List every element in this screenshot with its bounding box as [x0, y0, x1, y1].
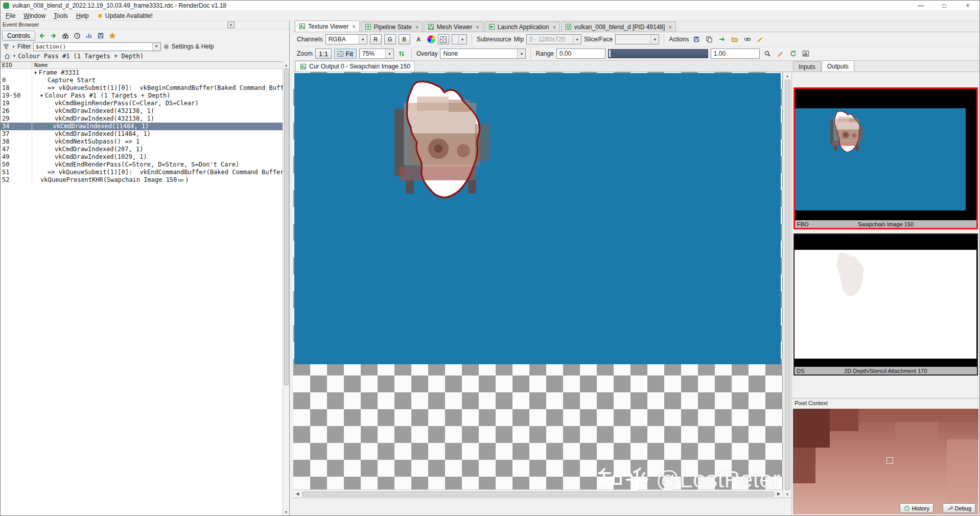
expand-icon[interactable]: ▼: [40, 92, 43, 100]
slice-face-select[interactable]: ▼: [615, 34, 659, 44]
channel-red-toggle[interactable]: R: [370, 34, 382, 44]
pixel-history-button[interactable]: History: [900, 503, 934, 513]
tab-close-icon[interactable]: ×: [668, 24, 671, 30]
update-available-button[interactable]: Update Available!: [97, 12, 153, 19]
range-slider[interactable]: [608, 49, 708, 58]
zoom-1to1-button[interactable]: 1:1: [315, 49, 332, 59]
current-output-tab[interactable]: Cur Output 0 - Swapchain Image 150: [295, 61, 415, 72]
event-row[interactable]: 52 vkQueuePresentKHR(Swapchain Image 150…: [1, 176, 283, 184]
channel-blue-toggle[interactable]: B: [399, 34, 410, 44]
event-row[interactable]: 18 => vkQueueSubmit(1)[0]: vkBeginComman…: [1, 84, 283, 92]
reset-range-button[interactable]: [788, 49, 798, 59]
find-event-button[interactable]: [60, 31, 71, 41]
scroll-up-icon[interactable]: ▲: [784, 72, 791, 79]
event-row[interactable]: ▼Frame #3331: [1, 69, 283, 77]
open-texture-list-button[interactable]: [730, 34, 740, 44]
scroll-down-icon[interactable]: ▼: [784, 490, 791, 498]
dropdown-icon[interactable]: ▼: [359, 35, 367, 44]
breadcrumb-expander-icon[interactable]: ▼: [13, 54, 15, 58]
pixel-debug-button[interactable]: Debug: [943, 503, 975, 513]
tab-close-icon[interactable]: ×: [415, 24, 418, 30]
menu-file[interactable]: File: [2, 11, 19, 20]
histogram-button[interactable]: [801, 49, 811, 59]
overlay-select[interactable]: None ▼: [440, 49, 526, 59]
tab-launch-application[interactable]: Launch Application ×: [484, 21, 560, 32]
menu-tools[interactable]: Tools: [50, 11, 72, 20]
range-max-input[interactable]: 1.00: [711, 49, 760, 59]
zoom-level-select[interactable]: 75% ▼: [359, 49, 394, 59]
channel-alpha-toggle[interactable]: A: [413, 34, 425, 44]
tab-close-icon[interactable]: ×: [476, 24, 479, 30]
bookmark-button[interactable]: [107, 31, 118, 41]
custom-shader-button[interactable]: [755, 34, 765, 44]
event-browser-scrollbar[interactable]: ▲ ▼: [283, 61, 289, 515]
channel-green-toggle[interactable]: G: [384, 34, 396, 44]
autofit-range-button[interactable]: [775, 49, 785, 59]
copy-texture-button[interactable]: [704, 34, 714, 44]
scroll-thumb[interactable]: [785, 80, 790, 490]
background-color-select[interactable]: ▼: [452, 34, 467, 44]
pixel-context-view[interactable]: History Debug: [793, 409, 978, 514]
filter-expander-icon[interactable]: ▼: [12, 45, 15, 49]
breadcrumb[interactable]: ▼ Colour Pass #1 (1 Targets + Depth): [1, 51, 289, 61]
forward-arrow-button[interactable]: [49, 31, 59, 41]
event-row[interactable]: 49 vkCmdDrawIndexed(1029, 1): [1, 153, 283, 161]
back-arrow-button[interactable]: [37, 31, 47, 41]
range-handle[interactable]: [609, 50, 611, 57]
expand-icon[interactable]: ▼: [34, 69, 37, 77]
event-row[interactable]: 26 vkCmdDrawIndexed(432138, 1): [1, 107, 283, 115]
tab-close-icon[interactable]: ×: [552, 24, 555, 30]
swapchain-image[interactable]: [294, 73, 781, 364]
zoom-fit-button[interactable]: Fit: [334, 49, 357, 59]
range-min-input[interactable]: 0.00: [556, 49, 605, 59]
scroll-thumb[interactable]: [284, 68, 289, 385]
menu-window[interactable]: Window: [19, 11, 50, 20]
close-button[interactable]: ×: [956, 1, 979, 10]
column-name[interactable]: Name: [32, 62, 48, 68]
scroll-left-icon[interactable]: ◀: [293, 490, 301, 498]
scroll-down-icon[interactable]: ▼: [283, 508, 290, 515]
minimize-button[interactable]: —: [909, 1, 932, 10]
event-row[interactable]: 47 vkCmdDrawIndexed(207, 1): [1, 146, 283, 153]
gamma-color-wheel-icon[interactable]: [427, 35, 435, 43]
event-browser-close-icon[interactable]: ×: [227, 21, 235, 28]
event-row-selected[interactable]: 34 ▶vkCmdDrawIndexed(11484, 1): [1, 123, 283, 130]
tab-texture-viewer[interactable]: Texture Viewer ×: [295, 20, 360, 32]
tab-outputs[interactable]: Outputs: [822, 60, 854, 72]
scroll-up-icon[interactable]: ▲: [283, 61, 290, 68]
filter-input[interactable]: $action() ▼: [33, 42, 161, 51]
stats-button[interactable]: [84, 31, 94, 41]
event-row[interactable]: 29 vkCmdDrawIndexed(432138, 1): [1, 115, 283, 123]
settings-help-button[interactable]: Settings & Help: [163, 41, 214, 52]
event-row[interactable]: 37 vkCmdDrawIndexed(11484, 1): [1, 130, 283, 138]
event-row[interactable]: 50 vkCmdEndRenderPass(C=Store, D=Store, …: [1, 161, 283, 169]
event-row[interactable]: 19 vkCmdBeginRenderPass(C=Clear, DS=Clea…: [1, 100, 283, 107]
event-row[interactable]: 0 Capture Start: [1, 77, 283, 84]
column-eid[interactable]: EID: [1, 62, 32, 68]
dropdown-icon[interactable]: ▼: [517, 49, 525, 58]
background-checker-toggle[interactable]: [438, 34, 449, 44]
tab-capture-connection[interactable]: vulkan_008_blend_d [PID 49148] ×: [561, 21, 676, 32]
zoom-range-button[interactable]: [762, 49, 773, 59]
channels-select[interactable]: RGBA ▼: [325, 34, 367, 44]
goto-location-button[interactable]: [717, 34, 727, 44]
save-texture-button[interactable]: [691, 34, 702, 44]
controls-button[interactable]: Controls: [2, 31, 35, 41]
event-row[interactable]: 19-50 ▼Colour Pass #1 (1 Targets + Depth…: [1, 92, 283, 100]
menu-help[interactable]: Help: [72, 11, 93, 20]
texture-display[interactable]: [293, 72, 783, 489]
maximize-button[interactable]: □: [932, 1, 956, 10]
event-row[interactable]: 51 => vkQueueSubmit(1)[0]: vkEndCommandB…: [1, 169, 283, 176]
filter-dropdown-icon[interactable]: ▼: [152, 43, 160, 51]
tab-close-icon[interactable]: ×: [352, 24, 355, 30]
mip-select[interactable]: 0 - 1280x720 ▼: [526, 34, 581, 44]
depth-stencil-thumbnail[interactable]: DS 2D Depth/Stencil Attachment 170: [794, 233, 978, 376]
event-timing-button[interactable]: [72, 31, 82, 41]
texture-vscrollbar[interactable]: ▲ ▼: [783, 72, 791, 498]
fbo-thumbnail[interactable]: FBO Swapchain Image 150: [794, 87, 978, 229]
tab-inputs[interactable]: Inputs: [793, 61, 821, 72]
flip-y-button[interactable]: [396, 49, 407, 59]
export-button[interactable]: [96, 31, 106, 41]
tab-pipeline-state[interactable]: Pipeline State ×: [361, 21, 423, 32]
tab-mesh-viewer[interactable]: Mesh Viewer ×: [424, 21, 483, 32]
